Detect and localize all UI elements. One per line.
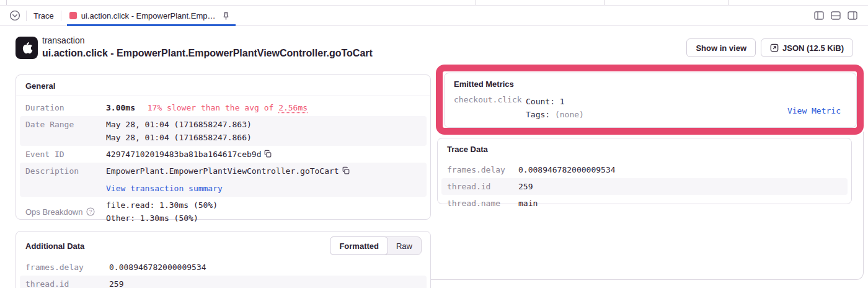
question-circle-icon[interactable]: ? <box>86 207 95 216</box>
emitted-metrics-card: Emitted Metrics checkout.click Count: 1 … <box>444 73 857 128</box>
tab-label: ui.action.click - EmpowerPlant.Emp… <box>81 11 216 20</box>
row-key: Event ID <box>25 148 106 161</box>
divider <box>728 0 729 5</box>
chevron-down-circle-icon <box>9 10 20 21</box>
date-range-start: May 28, 01:04 (1716858247.863) <box>106 118 252 131</box>
row-value: 0.008946782000009534 <box>518 163 616 176</box>
raw-toggle-button[interactable]: Raw <box>388 237 421 254</box>
layout-panel-left-icon[interactable] <box>813 10 825 21</box>
row-value: 0.008946782000009534 <box>109 261 206 274</box>
breadcrumb-trace[interactable]: Trace <box>32 11 55 20</box>
row-key: thread.id <box>25 277 109 288</box>
row-key: Date Range <box>25 118 106 131</box>
metric-values: Count: 1 Tags: (none) <box>526 95 584 121</box>
row-value: 259 <box>518 180 533 193</box>
external-link-icon <box>770 43 779 52</box>
layout-panel-right-icon[interactable] <box>847 10 858 21</box>
table-row-thread-id: thread.id 259 <box>441 178 848 195</box>
pin-icon[interactable] <box>221 11 231 20</box>
divider <box>61 11 61 21</box>
formatted-toggle-button[interactable]: Formatted <box>330 236 388 255</box>
layout-panel-bottom-icon[interactable] <box>830 10 841 21</box>
ops-breakdown-line: Other: 1.30ms (50%) <box>106 212 218 225</box>
additional-data-card: Additional Data Formatted Raw frames.del… <box>16 231 431 288</box>
page-title: ui.action.click - EmpowerPlant.EmpowerPl… <box>42 48 373 59</box>
view-metric-link[interactable]: View Metric <box>787 106 841 115</box>
header-actions: Show in view JSON (12.5 KiB) <box>686 38 853 57</box>
apple-platform-icon <box>16 37 38 59</box>
event-type-label: transaction <box>42 35 84 45</box>
row-key: frames.delay <box>447 163 518 176</box>
table-row-thread-name: thread.name main <box>441 195 848 212</box>
duration-value: 3.00ms <box>106 103 135 112</box>
format-toggle: Formatted Raw <box>330 236 422 255</box>
json-button-label: JSON (12.5 KiB) <box>782 43 844 53</box>
duration-comparison: 17% slower than the avg of 2.56ms <box>148 103 308 112</box>
metric-name: checkout.click <box>454 95 526 104</box>
transaction-color-swatch-icon <box>69 12 77 19</box>
emitted-metrics-title: Emitted Metrics <box>445 73 856 94</box>
divider <box>604 0 604 5</box>
row-value: main <box>518 197 538 210</box>
table-row-frames-delay: frames.delay 0.008946782000009534 <box>20 259 427 276</box>
show-in-view-button[interactable]: Show in view <box>686 38 756 57</box>
date-range-end: May 28, 01:04 (1716858247.866) <box>106 131 252 144</box>
copy-icon[interactable] <box>342 166 350 175</box>
collapse-chevron-button[interactable] <box>9 10 20 21</box>
row-value: 259 <box>109 277 123 288</box>
tab-transaction[interactable]: ui.action.click - EmpowerPlant.Emp… <box>67 6 236 25</box>
apple-logo-icon <box>19 40 34 55</box>
table-row-ops-breakdown: Ops Breakdown ? file.read: 1.30ms (50%) … <box>20 197 427 227</box>
view-transaction-summary-link[interactable]: View transaction summary <box>106 182 350 195</box>
table-row-thread-id: thread.id 259 <box>20 276 427 288</box>
active-tab-underline <box>67 24 236 26</box>
general-card: General Duration 3.00ms 17% slower than … <box>16 74 431 220</box>
event-id-value: 429747102019483ba81ba164617ceb9d <box>106 150 261 159</box>
row-key: Description <box>25 164 106 178</box>
description-value: EmpowerPlant.EmpowerPlantViewController.… <box>106 166 339 176</box>
metric-tags-value: (none) <box>555 110 584 119</box>
row-key: Ops Breakdown ? <box>25 205 106 218</box>
copy-icon[interactable] <box>264 150 272 158</box>
row-key: frames.delay <box>25 261 109 274</box>
ops-breakdown-line: file.read: 1.30ms (50%) <box>106 199 218 212</box>
clipped-table-header-strip <box>0 0 868 6</box>
layout-toggle-group <box>813 10 858 21</box>
json-download-button[interactable]: JSON (12.5 KiB) <box>761 38 853 57</box>
row-key: Duration <box>25 101 106 114</box>
trace-data-title: Trace Data <box>438 138 851 159</box>
table-row-description: Description EmpowerPlant.EmpowerPlantVie… <box>20 163 427 197</box>
divider <box>476 0 476 5</box>
divider <box>6 0 7 5</box>
drawer-tab-bar: Trace ui.action.click - EmpowerPlant.Emp… <box>0 6 868 26</box>
row-key: thread.name <box>447 197 518 210</box>
table-row-event-id: Event ID 429747102019483ba81ba164617ceb9… <box>20 146 427 163</box>
svg-text:?: ? <box>89 209 92 215</box>
avg-duration-value[interactable]: 2.56ms <box>278 103 308 112</box>
metric-count: Count: 1 <box>526 95 584 108</box>
trace-data-card: Trace Data frames.delay 0.00894678200000… <box>437 138 852 204</box>
divider <box>26 11 27 21</box>
metric-tags-label: Tags: <box>526 110 550 119</box>
general-card-title: General <box>16 75 430 96</box>
additional-data-title: Additional Data <box>25 241 84 251</box>
table-row-duration: Duration 3.00ms 17% slower than the avg … <box>20 99 427 116</box>
table-row-frames-delay: frames.delay 0.008946782000009534 <box>441 161 848 178</box>
trace-detail-panel: Trace ui.action.click - EmpowerPlant.Emp… <box>0 0 868 288</box>
row-key: thread.id <box>447 180 518 193</box>
table-row-date-range: Date Range May 28, 01:04 (1716858247.863… <box>20 116 427 146</box>
